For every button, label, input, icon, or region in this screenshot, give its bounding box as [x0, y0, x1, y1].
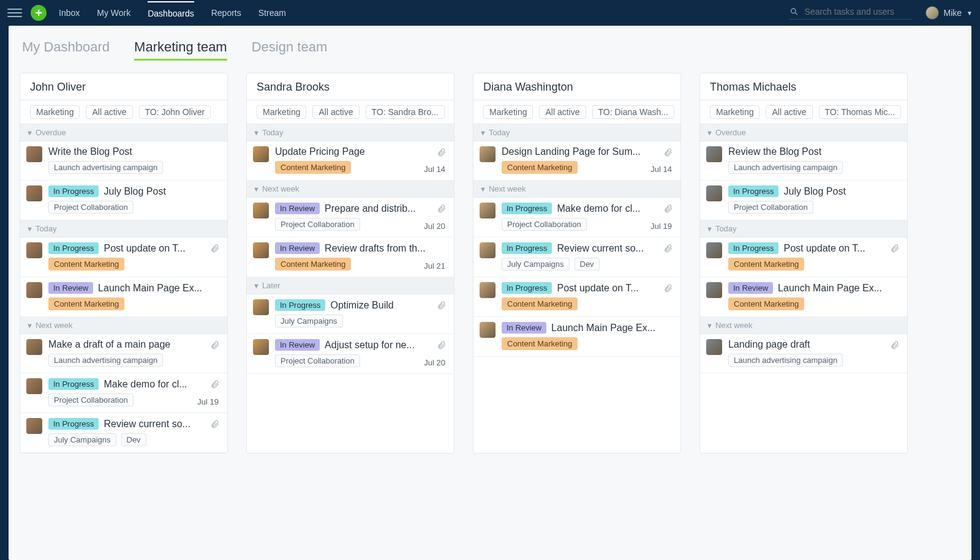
attachment-icon[interactable]	[663, 283, 673, 296]
assignee-avatar[interactable]	[706, 146, 722, 162]
task-card[interactable]: In ReviewLaunch Main Page Ex...Content M…	[700, 277, 907, 317]
assignee-avatar[interactable]	[253, 242, 269, 258]
task-card[interactable]: In ProgressPost update on T...Content Ma…	[20, 237, 227, 277]
search-box[interactable]	[790, 7, 912, 20]
task-card[interactable]: In ReviewLaunch Main Page Ex...Content M…	[473, 317, 680, 357]
attachment-icon[interactable]	[437, 204, 447, 216]
nav-link-inbox[interactable]: Inbox	[59, 2, 80, 24]
filter-chip[interactable]: Marketing	[483, 105, 533, 119]
tag-pill[interactable]: Project Collaboration	[275, 218, 360, 231]
task-card[interactable]: In ReviewLaunch Main Page Ex...Content M…	[20, 277, 227, 317]
assignee-avatar[interactable]	[480, 282, 496, 298]
section-today[interactable]: ▼Today	[700, 220, 907, 237]
tag-pill[interactable]: Content Marketing	[502, 297, 578, 310]
filter-chip[interactable]: TO: Diana Wash...	[592, 105, 674, 119]
section-next-week[interactable]: ▼Next week	[700, 317, 907, 334]
attachment-icon[interactable]	[437, 301, 447, 313]
assignee-avatar[interactable]	[26, 339, 42, 355]
task-card[interactable]: In ProgressJuly Blog PostProject Collabo…	[20, 181, 227, 220]
tag-pill[interactable]: Content Marketing	[275, 161, 351, 174]
tag-pill[interactable]: Project Collaboration	[48, 394, 134, 406]
attachment-icon[interactable]	[437, 147, 447, 160]
filter-chip[interactable]: TO: Sandra Bro...	[366, 105, 445, 119]
attachment-icon[interactable]	[663, 147, 673, 160]
attachment-icon[interactable]	[663, 244, 673, 256]
assignee-avatar[interactable]	[253, 339, 269, 355]
task-card[interactable]: In ProgressMake demo for cl...Project Co…	[20, 373, 227, 413]
tag-pill[interactable]: Content Marketing	[48, 297, 124, 310]
assignee-avatar[interactable]	[480, 322, 496, 338]
filter-chip[interactable]: TO: Thomas Mic...	[819, 105, 902, 119]
section-next-week[interactable]: ▼Next week	[247, 181, 454, 198]
column-name[interactable]: Thomas Michaels	[710, 81, 897, 94]
task-card[interactable]: In ProgressReview current so...July Camp…	[473, 237, 680, 277]
attachment-icon[interactable]	[210, 419, 220, 431]
assignee-avatar[interactable]	[706, 339, 722, 355]
column-name[interactable]: Sandra Brooks	[257, 81, 444, 94]
section-today[interactable]: ▼Today	[473, 124, 680, 141]
tag-pill[interactable]: July Campaigns	[48, 433, 116, 446]
tag-pill[interactable]: Content Marketing	[728, 297, 804, 310]
attachment-icon[interactable]	[210, 340, 220, 353]
tag-pill[interactable]: Project Collaboration	[275, 354, 360, 367]
tag-pill[interactable]: Project Collaboration	[48, 201, 134, 214]
tag-pill[interactable]: Content Marketing	[48, 258, 124, 271]
assignee-avatar[interactable]	[253, 203, 269, 218]
assignee-avatar[interactable]	[706, 282, 722, 298]
assignee-avatar[interactable]	[480, 242, 496, 258]
user-menu[interactable]: Mike ▼	[925, 6, 973, 20]
task-card[interactable]: In ProgressReview current so...July Camp…	[20, 413, 227, 453]
task-card[interactable]: In ReviewReview drafts from th...Content…	[247, 237, 454, 277]
section-later[interactable]: ▼Later	[247, 277, 454, 294]
tag-pill[interactable]: Content Marketing	[728, 258, 804, 271]
tag-pill[interactable]: July Campaigns	[275, 315, 343, 327]
nav-link-my-work[interactable]: My Work	[97, 2, 130, 24]
section-today[interactable]: ▼Today	[20, 220, 227, 237]
column-name[interactable]: Diana Washington	[483, 81, 671, 94]
attachment-icon[interactable]	[890, 244, 900, 256]
assignee-avatar[interactable]	[26, 282, 42, 298]
filter-chip[interactable]: All active	[86, 105, 132, 119]
filter-chip[interactable]: Marketing	[257, 105, 306, 119]
task-card[interactable]: In ProgressMake demo for cl...Project Co…	[473, 198, 680, 237]
tab-my-dashboard[interactable]: My Dashboard	[22, 39, 110, 61]
assignee-avatar[interactable]	[26, 418, 42, 434]
tag-pill[interactable]: Launch advertising campaign	[48, 161, 163, 174]
tag-pill[interactable]: Project Collaboration	[728, 201, 813, 214]
tag-pill[interactable]: Project Collaboration	[502, 218, 587, 231]
assignee-avatar[interactable]	[706, 242, 722, 258]
filter-chip[interactable]: All active	[766, 105, 812, 119]
attachment-icon[interactable]	[210, 379, 220, 392]
filter-chip[interactable]: TO: John Oliver	[139, 105, 211, 119]
assignee-avatar[interactable]	[706, 185, 722, 201]
task-card[interactable]: Update Pricing PageContent MarketingJul …	[247, 141, 454, 181]
filter-chip[interactable]: All active	[312, 105, 359, 119]
attachment-icon[interactable]	[663, 204, 673, 216]
section-today[interactable]: ▼Today	[247, 124, 454, 141]
task-card[interactable]: In ProgressPost update on T...Content Ma…	[473, 277, 680, 317]
filter-chip[interactable]: All active	[539, 105, 586, 119]
task-card[interactable]: In ProgressOptimize BuildJuly Campaigns	[247, 294, 454, 334]
assignee-avatar[interactable]	[26, 242, 42, 258]
tag-pill[interactable]: Launch advertising campaign	[48, 354, 163, 367]
nav-link-stream[interactable]: Stream	[258, 2, 286, 24]
task-card[interactable]: Write the Blog PostLaunch advertising ca…	[20, 141, 227, 181]
search-input[interactable]	[805, 7, 912, 17]
attachment-icon[interactable]	[890, 340, 900, 353]
task-card[interactable]: Make a draft of a main pageLaunch advert…	[20, 334, 227, 373]
task-card[interactable]: Review the Blog PostLaunch advertising c…	[700, 141, 907, 181]
task-card[interactable]: Landing page draftLaunch advertising cam…	[700, 334, 907, 373]
tag-pill[interactable]: Launch advertising campaign	[728, 354, 843, 367]
assignee-avatar[interactable]	[253, 299, 269, 315]
tag-pill[interactable]: Content Marketing	[502, 337, 578, 350]
task-card[interactable]: In ReviewPrepare and distrib...Project C…	[247, 198, 454, 237]
assignee-avatar[interactable]	[26, 185, 42, 201]
filter-chip[interactable]: Marketing	[30, 105, 80, 119]
section-next-week[interactable]: ▼Next week	[473, 181, 680, 198]
tag-pill[interactable]: Dev	[575, 258, 600, 271]
assignee-avatar[interactable]	[26, 378, 42, 394]
attachment-icon[interactable]	[210, 244, 220, 256]
nav-link-dashboards[interactable]: Dashboards	[148, 1, 194, 24]
section-overdue[interactable]: ▼Overdue	[20, 124, 227, 141]
assignee-avatar[interactable]	[480, 203, 496, 218]
